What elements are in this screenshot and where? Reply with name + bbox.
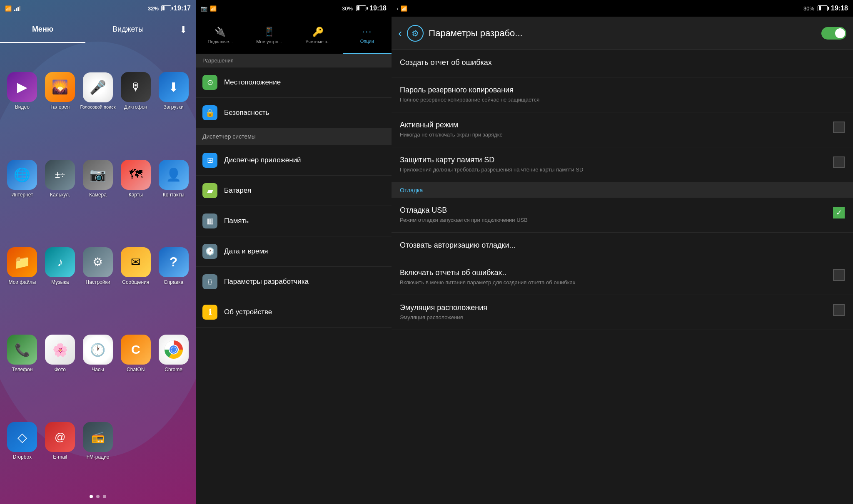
app-messages[interactable]: ✉ Сообщения [117, 222, 155, 310]
devopt-icon: {} [202, 274, 217, 289]
app-chrome[interactable]: Chrome [155, 310, 192, 397]
app-phone[interactable]: 📞 Телефон [3, 310, 41, 397]
settings-panel: 📷 📶 30% 19:18 🔌 Подключе... 📱 Мое устро.… [196, 0, 392, 504]
settings-battery[interactable]: ▰ Батарея [196, 176, 392, 206]
app-voice[interactable]: 🎤 Голосовой поиск [79, 47, 117, 135]
app-fmradio[interactable]: 📻 FM-радио [79, 397, 117, 485]
dev-settings-icon: ⚙ [407, 25, 424, 42]
mock-location-checkbox[interactable] [833, 304, 845, 316]
settings-icon: ⚙ [83, 247, 113, 277]
usb-debug-subtitle: Режим отладки запускается при подключени… [400, 216, 828, 224]
help-icon: ? [159, 247, 189, 277]
status-right: 30% 19:18 [342, 5, 387, 12]
dev-battery-pct: 30% [803, 5, 814, 12]
error-reports-checkbox[interactable] [833, 269, 845, 281]
settings-memory[interactable]: ▦ Память [196, 206, 392, 236]
app-chaton[interactable]: C ChatON [117, 310, 155, 397]
tab-menu[interactable]: Меню [0, 17, 85, 43]
usb-debug-title: Отладка USB [400, 206, 828, 215]
tab-bar: Меню Виджеты ⬇ [0, 17, 196, 43]
chaton-icon: C [121, 335, 151, 365]
help-label: Справка [164, 279, 183, 285]
dev-mock-location[interactable]: Эмуляция расположения Эмуляция расположе… [392, 295, 853, 330]
error-reports-subtitle: Включить в меню питания параметр для соз… [400, 279, 828, 286]
battery-icon [161, 5, 171, 11]
settings-label: Настройки [86, 279, 110, 285]
app-contacts[interactable]: 👤 Контакты [155, 135, 192, 222]
appmanager-label: Диспетчер приложений [224, 156, 385, 164]
location-icon: ⊙ [202, 75, 217, 90]
tab-widgets[interactable]: Виджеты [85, 17, 171, 43]
battery-icon-2 [356, 5, 366, 11]
settings-about[interactable]: ℹ Об устройстве [196, 297, 392, 328]
backup-pwd-title: Пароль резервного копирования [400, 86, 845, 94]
app-email[interactable]: @ E-mail [41, 397, 79, 485]
permissions-label: Разрешения [202, 57, 234, 64]
app-myfiles[interactable]: 📁 Мои файлы [3, 222, 41, 310]
status-bar-left: 📶 [5, 5, 20, 12]
settings-appmanager[interactable]: ⊞ Диспетчер приложений [196, 145, 392, 176]
dev-bug-report[interactable]: Создать отчет об ошибках [392, 50, 853, 77]
dev-active-mode[interactable]: Активный режим Никогда не отключать экра… [392, 112, 853, 147]
memory-icon: ▦ [202, 214, 217, 228]
app-video[interactable]: ▶ Видео [3, 47, 41, 135]
battery-pct-2: 30% [342, 5, 353, 12]
maps-label: Карты [129, 192, 143, 198]
dev-protect-sd[interactable]: Защитить карту памяти SD Приложения долж… [392, 147, 853, 182]
memory-label: Память [224, 217, 385, 225]
battery-label: Батарея [224, 186, 385, 195]
phone-label: Телефон [12, 367, 33, 372]
dev-error-reports[interactable]: Включать отчеты об ошибках.. Включить в … [392, 260, 853, 295]
settings-location[interactable]: ⊙ Местоположение [196, 67, 392, 98]
app-settings[interactable]: ⚙ Настройки [79, 222, 117, 310]
app-calc[interactable]: ±÷ Калькул. [41, 135, 79, 222]
app-camera[interactable]: 📷 Камера [79, 135, 117, 222]
app-internet[interactable]: 🌐 Интернет [3, 135, 41, 222]
maps-icon: 🗺 [121, 160, 151, 190]
back-button[interactable]: ‹ [398, 27, 402, 40]
app-recorder[interactable]: 🎙 Диктофон [117, 47, 155, 135]
music-label: Музыка [51, 279, 69, 285]
dev-usb-debug[interactable]: Отладка USB Режим отладки запускается пр… [392, 198, 853, 233]
datetime-icon: 🕐 [202, 244, 217, 259]
toggle-knob [835, 28, 845, 38]
contacts-label: Контакты [163, 192, 185, 198]
app-downloads[interactable]: ⬇ Загрузки [155, 47, 192, 135]
dev-revoke-debug[interactable]: Отозвать авторизацию отладки... [392, 233, 853, 260]
app-dropbox[interactable]: ◇ Dropbox [3, 397, 41, 485]
app-photos[interactable]: 🌸 Фото [41, 310, 79, 397]
bug-report-title: Создать отчет об ошибках [400, 58, 845, 67]
app-gallery[interactable]: 🌄 Галерея [41, 47, 79, 135]
chrome-icon [159, 335, 189, 365]
mock-location-subtitle: Эмуляция расположения [400, 314, 828, 321]
settings-datetime[interactable]: 🕐 Дата и время [196, 236, 392, 267]
backup-pwd-text: Пароль резервного копирования Полное рез… [400, 86, 845, 104]
protect-sd-checkbox[interactable] [833, 156, 845, 168]
empty-slot-1 [117, 397, 155, 485]
voice-icon: 🎤 [83, 72, 113, 102]
settings-security[interactable]: 🔒 Безопасность [196, 98, 392, 128]
tab-accounts[interactable]: 🔑 Учетные з... [294, 17, 343, 54]
active-mode-checkbox[interactable] [833, 122, 845, 133]
download-tab-button[interactable]: ⬇ [171, 17, 196, 43]
app-help[interactable]: ? Справка [155, 222, 192, 310]
sysmgr-label: Диспетчер системы [202, 133, 256, 140]
datetime-label: Дата и время [224, 247, 385, 256]
tab-options[interactable]: ··· Опции [343, 17, 392, 54]
app-clock[interactable]: 🕐 Часы [79, 310, 117, 397]
app-maps[interactable]: 🗺 Карты [117, 135, 155, 222]
tab-connect[interactable]: 🔌 Подключе... [196, 17, 245, 54]
dev-backup-pwd[interactable]: Пароль резервного копирования Полное рез… [392, 77, 853, 112]
dev-options-header: ‹ ⚙ Параметры разрабо... [392, 17, 853, 50]
error-reports-title: Включать отчеты об ошибках.. [400, 268, 828, 277]
dev-enable-toggle[interactable] [821, 27, 846, 40]
email-icon: @ [45, 422, 75, 452]
gallery-icon: 🌄 [45, 72, 75, 102]
downloads-icon: ⬇ [159, 72, 189, 102]
usb-debug-checkbox[interactable]: ✓ [833, 207, 845, 218]
protect-sd-title: Защитить карту памяти SD [400, 156, 828, 164]
app-music[interactable]: ♪ Музыка [41, 222, 79, 310]
settings-devopt[interactable]: {} Параметры разработчика [196, 267, 392, 297]
tab-mydevice[interactable]: 📱 Мое устро... [245, 17, 294, 54]
screenshot-icon: 📷 [201, 5, 207, 12]
